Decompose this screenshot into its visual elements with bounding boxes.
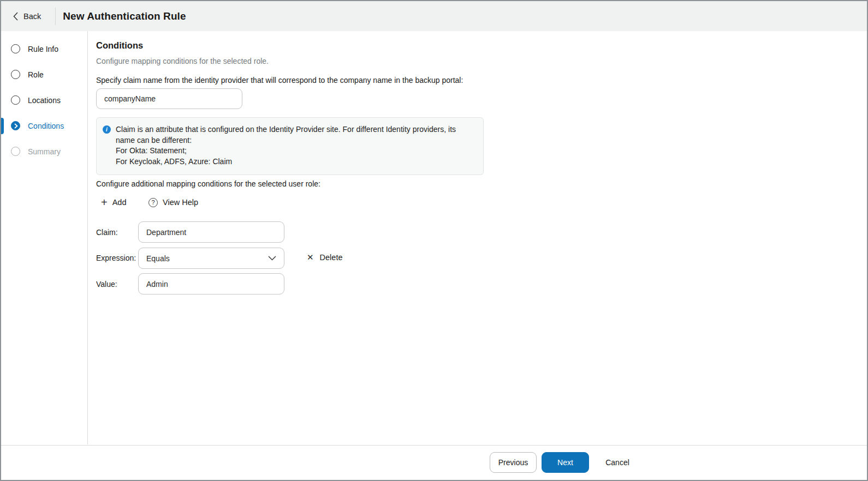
step-label: Rule Info	[28, 45, 58, 53]
value-label: Value:	[96, 280, 117, 288]
view-help-label: View Help	[163, 198, 198, 207]
claim-input[interactable]	[138, 221, 284, 243]
plus-icon: +	[101, 197, 108, 207]
step-rule-info[interactable]: Rule Info	[1, 36, 87, 62]
cancel-button[interactable]: Cancel	[602, 452, 633, 473]
expression-selected-value: Equals	[146, 254, 170, 263]
expression-label: Expression:	[96, 254, 136, 262]
step-summary: Summary	[1, 139, 87, 164]
step-active-chevron-icon	[11, 121, 20, 130]
add-label: Add	[112, 198, 127, 207]
delete-label: Delete	[320, 253, 343, 262]
company-claim-name-input[interactable]	[96, 88, 242, 109]
new-authentication-rule-wizard: Back New Authentication Rule Rule Info R…	[0, 0, 868, 481]
additional-conditions-label: Configure additional mapping conditions …	[96, 179, 320, 188]
step-label: Summary	[28, 147, 61, 156]
x-icon: ✕	[307, 252, 314, 262]
value-input[interactable]	[138, 273, 284, 294]
page-title: New Authentication Rule	[63, 10, 186, 22]
step-label: Conditions	[28, 122, 64, 130]
header-divider	[55, 8, 56, 25]
back-label: Back	[23, 12, 41, 21]
step-circle-icon	[11, 95, 20, 105]
delete-condition-button[interactable]: ✕ Delete	[307, 252, 343, 262]
step-circle-icon	[11, 44, 20, 53]
question-circle-icon: ?	[148, 198, 158, 207]
claim-name-label: Specify claim name from the identity pro…	[96, 76, 463, 85]
step-label: Role	[28, 70, 44, 79]
wizard-steps-sidebar: Rule Info Role Locations Conditions Summ…	[1, 31, 88, 444]
section-subtitle: Configure mapping conditions for the sel…	[96, 57, 269, 65]
step-circle-icon	[11, 147, 20, 156]
next-button[interactable]: Next	[542, 452, 589, 473]
step-locations[interactable]: Locations	[1, 87, 87, 113]
note-line: For Keycloak, ADFS, Azure: Claim	[116, 157, 471, 167]
step-role[interactable]: Role	[1, 62, 87, 87]
add-condition-button[interactable]: + Add	[101, 196, 127, 208]
previous-button[interactable]: Previous	[490, 452, 537, 473]
claim-info-note: i Claim is an attribute that is configur…	[96, 117, 484, 175]
step-conditions[interactable]: Conditions	[1, 113, 87, 139]
note-line: Claim is an attribute that is configured…	[116, 124, 471, 146]
expression-select[interactable]: Equals	[138, 248, 284, 269]
note-line: For Okta: Statement;	[116, 146, 471, 157]
section-title: Conditions	[96, 40, 143, 51]
step-label: Locations	[28, 96, 61, 105]
view-help-button[interactable]: ? View Help	[148, 196, 198, 208]
wizard-footer: Previous Next Cancel	[1, 445, 867, 480]
claim-label: Claim:	[96, 228, 118, 237]
step-circle-icon	[11, 70, 20, 79]
wizard-header: Back New Authentication Rule	[1, 1, 867, 31]
back-chevron-icon	[13, 12, 18, 21]
chevron-down-icon	[268, 256, 276, 261]
active-step-indicator	[1, 118, 4, 134]
back-button[interactable]: Back	[13, 12, 41, 21]
info-icon: i	[103, 125, 111, 134]
